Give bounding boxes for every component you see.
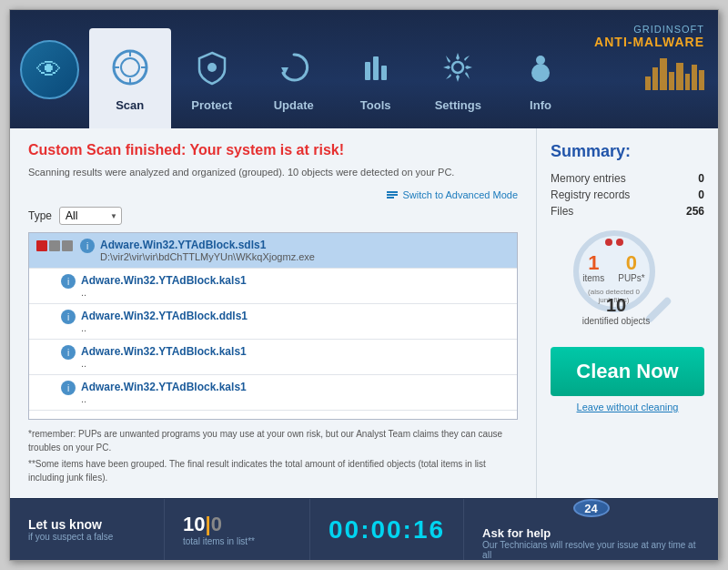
result-path-3: .. [81,358,510,369]
files-value: 256 [686,205,704,218]
magnifier: 1 items 0 PUPs* (also detected 0 junk fi… [573,230,682,331]
registry-row: Registry records 0 [551,188,704,201]
help-title: Ask for help [482,526,700,540]
svg-rect-16 [387,197,394,198]
footer-let-us-label: Let us know [28,517,146,532]
footer: Let us know if you suspect a false 10|0 … [10,498,718,560]
memory-row: Memory entries 0 [551,172,704,185]
brand-skyline [645,54,704,90]
result-name-2: Adware.Win32.YTAdBlock.ddls1 [81,310,510,322]
result-path-1: .. [81,287,510,298]
result-item-0[interactable]: i Adware.Win32.YTAdBlock.sdls1 D:\vir2\v… [29,233,517,269]
update-icon [276,49,312,94]
dot-red2 [616,239,623,246]
result-name-3: Adware.Win32.YTAdBlock.kals1 [81,345,510,358]
logo-icon: 👁 [20,40,79,99]
note-2: **Some items have been grouped. The fina… [28,457,518,484]
svg-point-6 [207,63,217,72]
result-content-2: Adware.Win32.YTAdBlock.ddls1 .. [81,310,510,333]
brand-area: GRIDINSOFT ANTI-MALWARE [581,10,718,128]
info-label: Info [530,98,551,119]
svg-point-13 [531,64,550,82]
footer-counter: 10|0 [183,513,291,536]
result-item-4[interactable]: i Adware.Win32.YTAdBlock.kals1 .. [29,375,517,411]
results-list[interactable]: i Adware.Win32.YTAdBlock.sdls1 D:\vir2\v… [28,232,518,420]
dot-red [605,239,612,246]
result-path-2: .. [81,322,510,333]
advanced-mode-link[interactable]: Switch to Advanced Mode [28,188,518,201]
clean-now-button[interactable]: Clean Now [551,347,704,396]
svg-rect-14 [387,191,398,193]
svg-point-1 [121,58,139,76]
result-name-0: Adware.Win32.YTAdBlock.sdls1 [100,239,510,251]
help-subtitle: Our Technicians will resolve your issue … [482,540,700,560]
info-icon-1: i [61,274,76,289]
registry-label: Registry records [551,188,630,201]
nav-info[interactable]: Info [500,10,581,128]
svg-point-11 [452,62,463,73]
result-path-0: D:\vir2\vir\vir\bdChTTLMyYUn\WKkqXjogmz.… [100,251,510,262]
status-red-icon [36,240,47,251]
info-icon-3: i [61,345,76,360]
result-content-0: Adware.Win32.YTAdBlock.sdls1 D:\vir2\vir… [100,239,510,262]
filter-select-wrapper[interactable]: All Adware PUP Junk [59,207,122,225]
result-item-3[interactable]: i Adware.Win32.YTAdBlock.kals1 .. [29,340,517,375]
help-text: Ask for help Our Technicians will resolv… [482,526,700,560]
protect-icon [194,49,230,94]
footer-help-section: 24 Ask for help Our Technicians will res… [464,499,718,560]
info-icon-4: i [61,381,76,395]
svg-point-12 [536,56,545,65]
result-name-4: Adware.Win32.YTAdBlock.kals1 [81,381,510,393]
memory-value: 0 [698,172,704,185]
scan-title-static: Custom Scan finished: [28,142,190,158]
logo-area: 👁 [10,10,89,128]
identified-area: 10 identified objects [578,295,655,326]
result-content-3: Adware.Win32.YTAdBlock.kals1 .. [81,345,510,369]
result-path-4: .. [81,393,510,404]
result-name-1: Adware.Win32.YTAdBlock.kals1 [81,274,510,287]
header: 👁 Scan Protect Update [10,10,718,128]
pups-label: PUPs* [618,273,644,283]
footer-let-us-sub: if you suspect a false [28,532,146,542]
left-panel: Custom Scan finished: Your system is at … [10,128,536,498]
scan-label: Scan [116,98,144,119]
main-area: Custom Scan finished: Your system is at … [10,128,718,498]
footer-timer: 00:00:16 [329,515,445,545]
protect-label: Protect [191,98,232,119]
settings-label: Settings [435,98,481,119]
nav-tools[interactable]: Tools [335,10,417,128]
status-gray-icon2 [62,240,73,251]
stat-items-count: 1 items [582,253,604,283]
footer-counter-section: 10|0 total items in list** [165,499,310,560]
nav-items: Scan Protect Update Tools [89,10,581,128]
summary-title: Summary: [551,142,704,161]
svg-rect-9 [373,56,379,80]
nav-scan[interactable]: Scan [89,28,171,128]
result-item-1[interactable]: i Adware.Win32.YTAdBlock.kals1 .. [29,269,517,304]
result-icons-0 [36,239,73,251]
result-item-2[interactable]: i Adware.Win32.YTAdBlock.ddls1 .. [29,304,517,340]
svg-rect-8 [365,62,370,80]
items-label: items [582,273,604,283]
items-number: 1 [582,253,604,273]
footer-total-label: total items in list** [183,536,291,546]
update-label: Update [274,98,314,119]
scan-title-alert: Your system is at risk! [190,142,345,158]
nav-update[interactable]: Update [253,10,335,128]
nav-settings[interactable]: Settings [417,10,500,128]
info-icon-0: i [80,239,95,253]
result-content-4: Adware.Win32.YTAdBlock.kals1 .. [81,381,510,404]
leave-without-cleaning-link[interactable]: Leave without cleaning [551,402,704,412]
scan-icon [112,49,148,94]
filter-select[interactable]: All Adware PUP Junk [59,207,122,225]
dots-row [605,239,623,246]
nav-protect[interactable]: Protect [171,10,253,128]
registry-value: 0 [698,188,704,201]
right-panel: Summary: Memory entries 0 Registry recor… [536,128,718,498]
filter-label: Type [28,209,52,222]
memory-label: Memory entries [551,172,626,185]
brand-company: GRIDINSOFT [633,24,704,35]
scan-title: Custom Scan finished: Your system is at … [28,142,518,158]
result-content-1: Adware.Win32.YTAdBlock.kals1 .. [81,274,510,298]
identified-label: identified objects [578,316,655,326]
